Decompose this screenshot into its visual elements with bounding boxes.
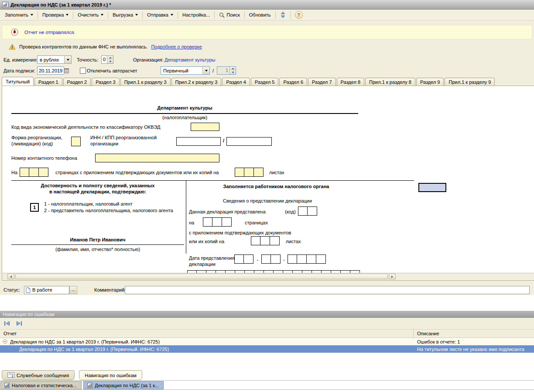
comment-label: Комментарий: [94, 287, 126, 292]
signer-code-cell[interactable]: 1 [30, 203, 39, 212]
next-error-button[interactable] [14, 319, 24, 328]
search-icon [219, 12, 225, 18]
tab-title-page[interactable]: Титульный [2, 77, 34, 86]
status-field[interactable]: В работе [24, 286, 69, 294]
report-column-header[interactable]: Отчет [0, 330, 414, 337]
copies-sheets-cells [251, 236, 280, 245]
table-row[interactable]: Декларация по НДС за 1 квартал 2019 г. (… [0, 338, 534, 345]
confirm-title-line2: в настоящей декларации, подтверждаю: [11, 189, 184, 194]
declaration-kind-select[interactable]: Первичный [161, 66, 210, 75]
submitted-label: Данная декларация представлена [189, 209, 266, 214]
sheets-count-cells[interactable] [235, 168, 264, 177]
sign-date-field[interactable]: 20.11.2019 [37, 66, 64, 75]
pages-label: страницах [245, 220, 268, 225]
tab-appendix-1-section-3[interactable]: Прил.1 к разделу 3 [120, 78, 171, 86]
spin-up-icon[interactable] [107, 56, 113, 60]
date-dot: . [283, 256, 284, 261]
send-button[interactable]: Отправка [144, 10, 177, 19]
check-button[interactable]: Проверка [39, 10, 72, 19]
disable-autocalc-checkbox[interactable] [80, 68, 86, 74]
unit-select[interactable]: в рублях [37, 55, 72, 64]
tab-appendix-1-section-8[interactable]: Прил.1 к разделу 8 [365, 78, 415, 86]
report-icon [87, 383, 92, 388]
table-row[interactable]: Декларация по НДС за 1 квартал 2019 г. (… [0, 345, 534, 353]
tab-service-messages[interactable]: i Служебные сообщения [2, 370, 75, 380]
not-sent-banner: Отчет не отправлялся. [2, 25, 532, 39]
status-value: В работе [32, 287, 52, 292]
tab-section-2[interactable]: Раздел 2 [63, 78, 91, 86]
report-cell: Декларация по НДС за 1 квартал 2019 г. (… [10, 339, 160, 344]
okved-input[interactable] [191, 123, 219, 131]
scroll-left-icon[interactable] [7, 274, 14, 279]
precision-stepper[interactable]: 0 [101, 55, 113, 64]
spin-down-icon[interactable] [230, 71, 236, 75]
tab-appendix-1-section-9[interactable]: Прил.1 к разделу 9 [445, 78, 495, 86]
horizontal-scrollbar[interactable] [2, 273, 534, 280]
report-icon [2, 2, 8, 8]
submission-date-month-cells [261, 254, 281, 264]
sign-date-label: Дата подписи: [3, 66, 35, 75]
revision-stepper[interactable]: 1 [217, 66, 236, 75]
help-button[interactable]: ? [291, 9, 306, 21]
spin-up-icon[interactable] [230, 67, 236, 71]
organization-link[interactable]: Департамент культуры [164, 55, 215, 64]
toolbar-separator [244, 11, 245, 19]
counterparty-check-text: Проверка контрагентов по данным ФНС не в… [19, 44, 147, 49]
document-icon [26, 287, 31, 293]
window-tab-tax-reporting[interactable]: Налоговая и статистическа... [0, 381, 82, 389]
pages-count-cells[interactable] [20, 168, 48, 177]
dock-panel-tabs: i Служебные сообщения Навигация по ошибк… [2, 370, 142, 380]
tab-section-8[interactable]: Раздел 8 [337, 78, 365, 86]
tab-section-5[interactable]: Раздел 5 [251, 78, 279, 86]
chevron-down-icon[interactable] [64, 56, 71, 63]
calendar-icon[interactable] [64, 67, 69, 74]
scrollbar-thumb[interactable] [15, 274, 388, 279]
phone-label: Номер контактного телефона [11, 155, 77, 161]
report-icon [4, 383, 10, 388]
sort-order-button[interactable] [277, 10, 289, 20]
clear-button[interactable]: Очистить [74, 10, 107, 19]
submission-date-label-line1: Дата представления [189, 255, 235, 261]
reorg-inn-input [176, 137, 221, 146]
on-label: на [189, 220, 194, 225]
description-column-header[interactable]: Описание [414, 330, 534, 337]
previous-error-button[interactable] [2, 319, 12, 328]
collapse-icon[interactable] [3, 339, 7, 344]
tab-error-navigation[interactable]: Навигация по ошибкам [79, 370, 142, 380]
upload-button[interactable]: Выгрузка [109, 10, 141, 19]
inn-kpp-label-line1: ИНН / КПП реорганизованной [90, 135, 157, 140]
error-navigation-panel: Навигация по ошибкам Отчет Описание Декл… [0, 311, 534, 353]
form-canvas: Департамент культуры (налогоплательщик) … [2, 86, 534, 273]
tab-section-9[interactable]: Раздел 9 [416, 78, 444, 86]
tab-section-4[interactable]: Раздел 4 [222, 78, 250, 86]
tab-section-1[interactable]: Раздел 1 [34, 78, 62, 86]
window-tab-vat-declaration[interactable]: Декларация по НДС (за 1 к... [83, 381, 164, 389]
settings-button[interactable]: Настройка... [179, 10, 213, 19]
error-navigation-header[interactable]: Навигация по ошибкам [0, 311, 534, 318]
submission-info-title: Сведения о представлении декларации [189, 198, 346, 203]
not-sent-text: Отчет не отправлялся. [24, 30, 75, 35]
refresh-button[interactable]: Обновить [246, 10, 274, 19]
chevron-down-icon[interactable] [202, 67, 209, 74]
tab-section-3[interactable]: Раздел 3 [92, 78, 120, 86]
fill-button[interactable]: Заполнить [1, 10, 37, 19]
selected-cell[interactable] [418, 183, 446, 192]
scroll-right-icon[interactable] [389, 274, 396, 279]
search-button[interactable]: Поиск [216, 10, 243, 20]
tab-section-6[interactable]: Раздел 6 [279, 78, 307, 86]
divider [11, 113, 358, 114]
status-more-button[interactable]: ... [69, 286, 77, 294]
phone-input[interactable] [95, 154, 219, 162]
counterparty-check-banner: Проверка контрагентов по данным ФНС не в… [9, 43, 202, 51]
reorg-code-input[interactable] [71, 137, 81, 146]
toolbar-separator [108, 11, 108, 19]
tab-appendix-2-section-3[interactable]: Прил.2 к разделу 3 [171, 78, 222, 86]
window-titlebar[interactable]: Декларация по НДС (за 1 квартал 2019 г.)… [0, 0, 534, 10]
comment-input[interactable] [125, 286, 530, 294]
disable-autocalc-label: Отключить авторасчет [87, 66, 137, 75]
spin-down-icon[interactable] [107, 60, 113, 64]
report-workspace: Отчет не отправлялся. Проверка контраген… [0, 21, 534, 295]
check-details-link[interactable]: Подробнее о проверке [151, 44, 202, 49]
precision-label: Точность: [77, 55, 98, 64]
tab-section-7[interactable]: Раздел 7 [308, 78, 336, 86]
